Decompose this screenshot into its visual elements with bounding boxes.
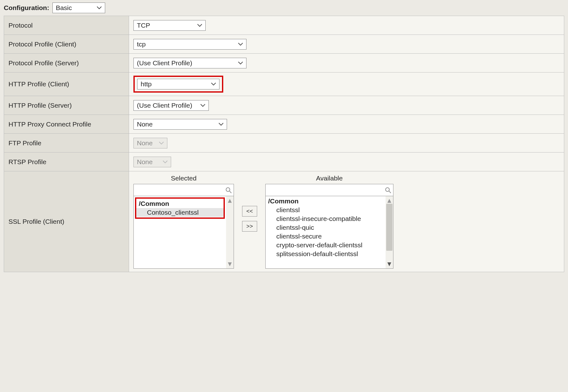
row-http-proxy-connect-profile: HTTP Proxy Connect Profile None <box>4 115 564 134</box>
label-http-profile-client: HTTP Profile (Client) <box>4 72 129 96</box>
label-protocol: Protocol <box>4 16 129 35</box>
label-ssl-profile-client: SSL Profile (Client) <box>4 171 129 272</box>
row-ssl-profile-client: SSL Profile (Client) Selected <box>4 171 564 272</box>
row-protocol-profile-client: Protocol Profile (Client) tcp <box>4 35 564 54</box>
ssl-available-group: /Common <box>266 197 386 206</box>
chevron-down-icon <box>211 83 216 86</box>
rtsp-profile-select: None <box>133 157 171 167</box>
ftp-profile-select: None <box>133 138 167 148</box>
ssl-available-listbox[interactable]: /Common clientssl clientssl-insecure-com… <box>265 184 393 269</box>
protocol-select[interactable]: TCP <box>133 20 206 31</box>
label-rtsp-profile: RTSP Profile <box>4 153 129 171</box>
http-proxy-connect-select[interactable]: None <box>133 119 227 130</box>
ssl-selected-column: Selected /Common <box>133 175 234 269</box>
configuration-mode-select[interactable]: Basic <box>52 3 105 13</box>
protocol-profile-server-select[interactable]: (Use Client Profile) <box>133 58 246 68</box>
chevron-down-icon <box>219 123 224 126</box>
scrollbar[interactable]: ▲ ▼ <box>386 196 393 268</box>
search-icon <box>225 187 232 193</box>
label-http-proxy-connect-profile: HTTP Proxy Connect Profile <box>4 115 129 133</box>
ssl-selected-group: /Common <box>136 199 224 208</box>
ssl-selected-listbox[interactable]: /Common Contoso_clientssl ▲ ▼ <box>133 184 234 269</box>
chevron-down-icon <box>97 6 102 9</box>
configuration-header: Configuration: Basic <box>4 3 564 13</box>
row-http-profile-client: HTTP Profile (Client) http <box>4 72 564 96</box>
scroll-up-icon: ▲ <box>227 197 233 204</box>
ssl-available-item[interactable]: splitsession-default-clientssl <box>266 250 386 258</box>
row-ftp-profile: FTP Profile None <box>4 134 564 153</box>
chevron-down-icon <box>159 142 164 145</box>
ssl-selected-search[interactable] <box>134 184 234 196</box>
ssl-selected-highlight: /Common Contoso_clientssl <box>135 197 225 219</box>
scroll-down-icon: ▼ <box>227 260 233 268</box>
protocol-profile-client-select[interactable]: tcp <box>133 39 246 50</box>
row-protocol: Protocol TCP <box>4 16 564 35</box>
row-rtsp-profile: RTSP Profile None <box>4 153 564 171</box>
svg-line-1 <box>230 191 231 193</box>
scroll-up-icon: ▲ <box>386 197 393 204</box>
configuration-mode-value: Basic <box>56 4 72 12</box>
row-protocol-profile-server: Protocol Profile (Server) (Use Client Pr… <box>4 54 564 72</box>
configuration-label: Configuration: <box>4 4 49 12</box>
ssl-selected-title: Selected <box>171 175 197 182</box>
ssl-available-item[interactable]: crypto-server-default-clientssl <box>266 241 386 250</box>
chevron-down-icon <box>238 62 243 65</box>
ssl-available-item[interactable]: clientssl-insecure-compatible <box>266 214 386 223</box>
svg-point-2 <box>386 188 389 191</box>
move-right-button[interactable]: >> <box>242 221 257 232</box>
chevron-down-icon <box>197 24 202 27</box>
ssl-available-item[interactable]: clientssl-quic <box>266 223 386 232</box>
label-protocol-profile-client: Protocol Profile (Client) <box>4 35 129 53</box>
ssl-available-column: Available /Common clientssl <box>265 175 393 269</box>
scrollbar[interactable]: ▲ ▼ <box>226 196 234 268</box>
ssl-dual-list: Selected /Common <box>133 175 393 269</box>
http-profile-server-select[interactable]: (Use Client Profile) <box>133 100 209 111</box>
row-http-profile-server: HTTP Profile (Server) (Use Client Profil… <box>4 96 564 115</box>
http-profile-client-select[interactable]: http <box>137 79 219 89</box>
chevron-down-icon <box>200 104 205 107</box>
scroll-down-icon: ▼ <box>386 260 393 268</box>
search-icon <box>385 187 391 193</box>
chevron-down-icon <box>238 43 243 46</box>
ssl-selected-item[interactable]: Contoso_clientssl <box>136 208 224 217</box>
ssl-available-item[interactable]: clientssl <box>266 206 386 214</box>
http-profile-client-highlight: http <box>133 76 223 93</box>
ssl-transfer-buttons: << >> <box>242 206 257 232</box>
label-protocol-profile-server: Protocol Profile (Server) <box>4 54 129 72</box>
config-table: Protocol TCP Protocol Profile (Client) t… <box>4 16 564 272</box>
ssl-available-item[interactable]: clientssl-secure <box>266 232 386 241</box>
chevron-down-icon <box>163 160 168 164</box>
ssl-available-title: Available <box>316 175 343 182</box>
svg-point-0 <box>226 188 230 191</box>
label-ftp-profile: FTP Profile <box>4 134 129 152</box>
label-http-profile-server: HTTP Profile (Server) <box>4 96 129 115</box>
ssl-available-search[interactable] <box>266 184 393 196</box>
move-left-button[interactable]: << <box>242 206 257 217</box>
svg-line-3 <box>389 191 391 193</box>
